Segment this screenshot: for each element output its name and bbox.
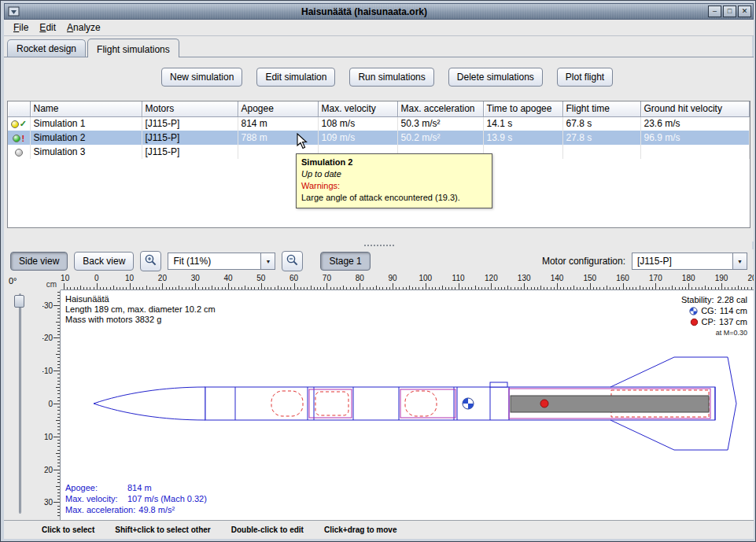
ruler-tick	[57, 318, 60, 319]
table-cell[interactable]: 23.6 m/s	[640, 116, 750, 131]
table-cell[interactable]: 14.1 s	[483, 116, 562, 131]
stage-1-toggle[interactable]: Stage 1	[320, 252, 370, 271]
menu-analyze[interactable]: Analyze	[61, 20, 106, 35]
table-row[interactable]: !Simulation 2[J115-P]788 m109 m/s50.2 m/…	[8, 131, 750, 145]
ruler-tick	[373, 287, 374, 289]
tab-flight-simulations[interactable]: Flight simulations	[87, 39, 179, 57]
ruler-tick	[527, 287, 528, 289]
ruler-tick	[570, 287, 571, 289]
ruler-tick	[666, 287, 666, 289]
rocket-canvas[interactable]: Haisunäätä Length 189 cm, max. diameter …	[61, 290, 754, 520]
table-cell[interactable]: 50.2 m/s²	[397, 131, 483, 145]
ruler-tick	[284, 287, 285, 289]
launch-lug[interactable]	[490, 382, 507, 387]
ruler-tick	[228, 283, 229, 289]
ruler-tick	[57, 509, 60, 510]
ruler-tick	[448, 287, 449, 289]
ruler-tick	[691, 287, 692, 289]
minimize-button[interactable]: –	[708, 6, 721, 17]
zoom-out-button[interactable]	[282, 251, 303, 271]
titlebar[interactable]: Haisunäätä (haisunaata.ork) – □ ✕	[4, 3, 754, 20]
ruler-tick	[57, 479, 60, 480]
menu-file[interactable]: File	[8, 20, 34, 35]
header-time-to-apogee[interactable]: Time to apogee	[483, 101, 562, 116]
ruler-tick	[153, 287, 153, 289]
side-view-button[interactable]: Side view	[10, 252, 68, 271]
ruler-tick	[208, 287, 209, 289]
table-cell[interactable]: 109 m/s	[318, 131, 397, 145]
table-cell[interactable]: 108 m/s	[318, 116, 397, 131]
ruler-tick	[248, 287, 249, 289]
motor-configuration-select[interactable]: [J115-P] ▼	[632, 253, 747, 270]
rotation-slider[interactable]	[13, 293, 26, 514]
header-name[interactable]: Name	[30, 101, 142, 116]
table-cell[interactable]	[483, 145, 562, 159]
table-cell[interactable]: Simulation 3	[30, 145, 142, 159]
header-motors[interactable]: Motors	[142, 101, 238, 116]
slider-thumb[interactable]	[14, 295, 24, 308]
ruler-tick	[264, 287, 265, 289]
nose-cone[interactable]	[94, 387, 205, 420]
header-ground-hit-velocity[interactable]: Ground hit velocity	[640, 101, 750, 116]
table-cell[interactable]: 27.8 s	[562, 131, 640, 145]
ruler-tick	[202, 287, 203, 289]
table-cell[interactable]: Simulation 1	[30, 116, 142, 131]
ruler-tick	[393, 283, 393, 289]
menubar: File Edit Analyze	[4, 20, 754, 36]
header-flight-time[interactable]: Flight time	[562, 101, 640, 116]
chevron-down-icon[interactable]: ▼	[732, 253, 747, 269]
header-apogee[interactable]: Apogee	[238, 101, 318, 116]
ruler-tick	[126, 287, 127, 289]
close-button[interactable]: ✕	[738, 6, 751, 17]
table-row[interactable]: ✓Simulation 1[J115-P]814 m108 m/s50.3 m/…	[8, 116, 750, 131]
zoom-select[interactable]: Fit (11%) ▼	[168, 253, 275, 270]
cg-symbol	[463, 398, 474, 409]
ruler-tick	[57, 345, 60, 345]
table-cell[interactable]	[640, 145, 750, 159]
header-max-acceleration[interactable]: Max. acceleration	[397, 101, 483, 116]
new-simulation-button[interactable]: New simulation	[161, 68, 242, 87]
ruler-label: 110	[452, 274, 465, 282]
table-cell[interactable]: [J115-P]	[142, 131, 238, 145]
ruler-tick	[573, 286, 574, 289]
ruler-tick	[57, 295, 60, 296]
ruler-tick	[419, 287, 419, 289]
header-status[interactable]	[8, 101, 30, 116]
zoom-in-button[interactable]	[140, 251, 161, 271]
ruler-tick	[471, 287, 472, 289]
run-simulations-button[interactable]: Run simulations	[349, 68, 433, 87]
table-cell[interactable]: [J115-P]	[142, 116, 238, 131]
ruler-tick	[130, 283, 131, 289]
table-cell[interactable]: 814 m	[238, 116, 318, 131]
back-view-button[interactable]: Back view	[74, 252, 134, 271]
ruler-tick	[314, 287, 315, 289]
cp-value: 137 cm	[719, 316, 747, 327]
ruler-tick	[116, 287, 117, 289]
table-cell[interactable]: 96.9 m/s	[640, 131, 750, 145]
maximize-button[interactable]: □	[723, 6, 736, 17]
chevron-down-icon[interactable]: ▼	[260, 253, 275, 269]
ruler-tick	[281, 287, 282, 289]
openrocket-window: Haisunäätä (haisunaata.ork) – □ ✕ File E…	[0, 0, 756, 542]
table-cell[interactable]: 50.3 m/s²	[397, 116, 483, 131]
table-cell[interactable]: 67.8 s	[562, 116, 640, 131]
edit-simulation-button[interactable]: Edit simulation	[256, 68, 335, 87]
ruler-tick	[179, 286, 179, 289]
tab-rocket-design[interactable]: Rocket design	[7, 39, 86, 57]
table-cell[interactable]: 13.9 s	[483, 131, 562, 145]
ruler-tick	[590, 283, 591, 289]
ruler-tick	[695, 287, 696, 289]
splitter-handle[interactable]	[4, 242, 754, 249]
ruler-tick	[205, 287, 206, 289]
table-cell[interactable]: Simulation 2	[30, 131, 142, 145]
plot-flight-button[interactable]: Plot flight	[557, 68, 613, 87]
table-cell[interactable]	[562, 145, 640, 159]
menu-edit[interactable]: Edit	[34, 20, 61, 35]
ruler-label: 140	[551, 274, 564, 282]
cp-label: CP:	[702, 316, 716, 327]
table-cell[interactable]: [J115-P]	[142, 145, 238, 159]
ruler-tick	[534, 287, 535, 289]
header-max-velocity[interactable]: Max. velocity	[318, 101, 397, 116]
delete-simulations-button[interactable]: Delete simulations	[448, 68, 543, 87]
ruler-label: 60	[289, 274, 298, 282]
